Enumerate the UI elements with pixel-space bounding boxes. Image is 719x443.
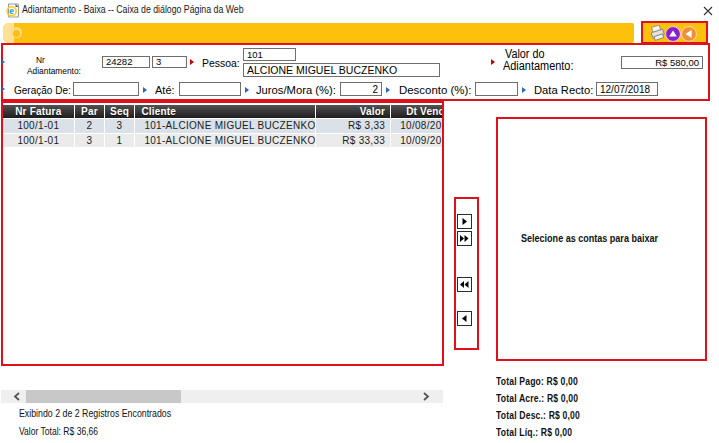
svg-text:e: e	[9, 5, 14, 16]
